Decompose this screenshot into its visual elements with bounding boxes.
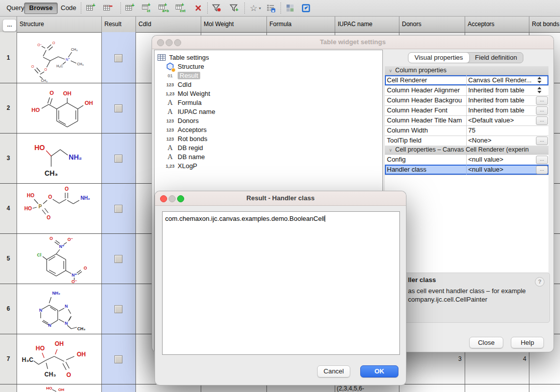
grid-corner-menu-button[interactable]: ... [3, 19, 17, 32]
ellipsis-button[interactable]: … [536, 96, 548, 105]
column-header-acceptors[interactable]: Acceptors [465, 17, 529, 32]
row-number[interactable]: 3 [0, 133, 17, 183]
structure-drawing: OH HO H₃C OH O CH₃ [17, 334, 101, 383]
result-checkbox[interactable] [114, 54, 122, 62]
section-cell-properties[interactable]: ∨Cell properties – Canvas Cell Renderer … [385, 146, 548, 155]
result-checkbox[interactable] [114, 255, 122, 263]
column-header-result[interactable]: Result [101, 17, 135, 32]
row-number[interactable]: 6 [0, 284, 17, 334]
text-field-icon: A [165, 108, 176, 115]
tree-item-cdid[interactable]: 123 CdId [165, 80, 191, 89]
delete-icon[interactable] [192, 3, 204, 14]
zoom-window-icon[interactable] [174, 39, 181, 46]
property-row-column-header-background[interactable]: Column Header Backgrou Inherited from ta… [385, 95, 548, 106]
handler-class-textarea[interactable]: com.chemaxon.ijc.canvas.examples.demo.Bo… [162, 211, 400, 355]
row-number[interactable]: 1 [0, 33, 17, 83]
property-row-column-header-title[interactable]: Column Header Title Nam <Default value> … [385, 115, 548, 126]
tree-item-formula[interactable]: A Formula [165, 98, 202, 107]
column-header-rot-bonds[interactable]: Rot bonds [529, 17, 560, 32]
column-header-mol-weight[interactable]: Mol Weight [201, 17, 266, 32]
row-number[interactable]: 4 [0, 183, 17, 233]
minimize-window-icon[interactable] [169, 195, 176, 202]
tree-item-rot-bonds[interactable]: 123 Rot bonds [165, 135, 207, 143]
ok-button[interactable]: OK [360, 365, 398, 377]
add-filter-icon[interactable]: + [228, 3, 240, 14]
tree-item-acceptors[interactable]: 123 Acceptors [165, 125, 207, 134]
column-header-structure[interactable]: Structure [17, 17, 101, 32]
tab-visual-properties[interactable]: Visual properties [408, 52, 470, 63]
tree-item-db-name[interactable]: A DB name [165, 153, 205, 161]
section-column-properties[interactable]: ∨Column properties [385, 66, 548, 75]
property-row-handler-class[interactable]: Handler class <null value> … [385, 165, 548, 175]
result-checkbox[interactable] [114, 355, 122, 363]
property-row-config[interactable]: Config <null value> … [385, 155, 548, 165]
svg-text:O: O [84, 266, 87, 271]
svg-text:H₃C: H₃C [22, 356, 34, 363]
add-chemical-terms-field-icon[interactable]: +ct [141, 3, 153, 14]
ellipsis-button[interactable]: … [536, 137, 548, 145]
add-data-tree-icon[interactable]: + [85, 3, 97, 14]
tree-item-donors[interactable]: 123 Donors [165, 116, 199, 125]
save-table-icon[interactable] [265, 3, 277, 14]
tab-field-definition[interactable]: Field definition [469, 53, 523, 63]
application-window: Query Browse Code + + +ct +a+b +ext [0, 0, 560, 392]
structure-hexagon-icon [165, 62, 176, 71]
close-window-icon[interactable] [157, 39, 164, 46]
ellipsis-button[interactable]: … [536, 166, 548, 174]
property-row-column-header-alignment[interactable]: Column Header Alignmer Inherited from ta… [385, 85, 548, 96]
filter-query-icon[interactable] [211, 3, 223, 14]
dialog-titlebar[interactable]: Table widget settings [152, 36, 553, 49]
close-window-icon[interactable] [160, 195, 167, 202]
stepper-icon[interactable] [536, 86, 547, 94]
svg-text:ext: ext [180, 9, 186, 13]
zoom-window-icon[interactable] [177, 195, 184, 202]
column-header-iupac-name[interactable]: IUPAC name [335, 17, 399, 32]
tab-code[interactable]: Code [56, 3, 81, 13]
remove-data-tree-icon[interactable] [102, 3, 114, 14]
tree-item-structure[interactable]: Structure [165, 62, 204, 71]
help-button[interactable]: Help [511, 337, 544, 348]
add-field-icon[interactable]: + [124, 3, 136, 14]
widgets-grid-icon[interactable] [284, 3, 296, 14]
cell-donors-row7[interactable]: 3 [399, 352, 462, 365]
favorites-star-icon[interactable]: ☆▾ [247, 3, 264, 14]
property-row-cell-renderer[interactable]: Cell Renderer Canvas Cell Render... [385, 75, 548, 86]
result-checkbox[interactable] [114, 104, 122, 112]
add-extra-field-icon[interactable]: +ext [175, 3, 187, 14]
tree-item-mol-weight[interactable]: 1,23 Mol Weight [165, 89, 210, 98]
help-icon[interactable]: ? [535, 277, 544, 287]
tree-item-result[interactable]: 01 Result [165, 71, 200, 80]
column-header-donors[interactable]: Donors [399, 17, 465, 32]
add-calculated-field-icon[interactable]: +a+b [158, 3, 170, 14]
row-number[interactable]: 2 [0, 83, 17, 133]
property-row-column-header-font[interactable]: Column Header Font Inherited from table … [385, 105, 548, 116]
close-button[interactable]: Close [469, 337, 503, 348]
tree-item-table-settings[interactable]: Table settings [157, 53, 209, 62]
stepper-icon[interactable] [536, 76, 547, 84]
cancel-button[interactable]: Cancel [317, 365, 350, 377]
tree-item-iupac-name[interactable]: A IUPAC name [165, 107, 215, 116]
ellipsis-button[interactable]: … [536, 106, 548, 115]
result-checkbox[interactable] [114, 305, 122, 313]
dialog-titlebar[interactable]: Result - Handler class [155, 191, 406, 206]
row-number[interactable]: 5 [0, 233, 17, 284]
minimize-window-icon[interactable] [166, 39, 173, 46]
ellipsis-button[interactable]: … [536, 156, 548, 164]
property-row-column-width[interactable]: Column Width 75 [385, 125, 548, 136]
property-row-tooltip-field[interactable]: ToolTip field <None> … [385, 136, 548, 146]
ellipsis-button[interactable]: … [536, 116, 548, 125]
result-checkbox[interactable] [114, 205, 122, 213]
result-checkbox[interactable] [114, 155, 122, 163]
row-number[interactable] [0, 384, 17, 392]
column-header-cdid[interactable]: CdId [135, 17, 201, 32]
tab-browse[interactable]: Browse [24, 3, 58, 14]
tree-item-db-regid[interactable]: A DB regid [165, 144, 203, 152]
cell-acceptors-row7[interactable]: 4 [465, 352, 526, 365]
row-number[interactable]: 7 [0, 334, 17, 384]
edit-export-icon[interactable] [300, 3, 312, 14]
svg-text:NH₂: NH₂ [52, 291, 60, 296]
tree-item-xlogp[interactable]: 1,23 XLogP [165, 162, 197, 170]
column-header-formula[interactable]: Formula [266, 17, 335, 32]
svg-text:O: O [65, 186, 69, 192]
cell-iupac-row8[interactable]: (2,3,4,5,6- [337, 385, 397, 392]
